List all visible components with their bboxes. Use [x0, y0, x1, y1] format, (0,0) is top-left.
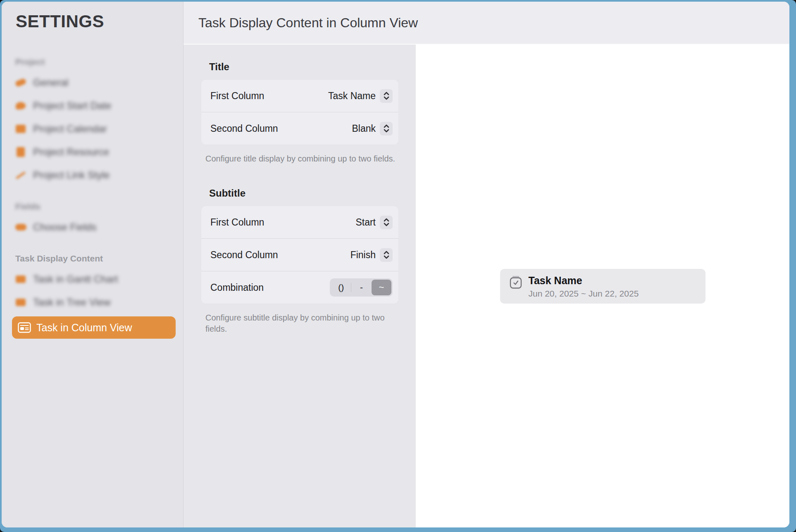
main-area: Task Display Content in Column View Titl…	[184, 2, 789, 527]
page-title: Task Display Content in Column View	[198, 15, 418, 31]
title-first-column-select[interactable]: Task Name	[328, 89, 393, 103]
sidebar-item-task-in-gantt-chart[interactable]: Task in Gantt Chart	[2, 268, 183, 291]
sidebar-section-project: Project General Project Start Date Proje…	[2, 57, 183, 187]
section-header-project: Project	[15, 57, 183, 67]
sidebar-section-task-display-content: Task Display Content Task in Gantt Chart…	[2, 254, 183, 339]
section-header-task-display-content: Task Display Content	[15, 254, 183, 264]
settings-window: SETTINGS Project General Project Start D…	[2, 2, 789, 527]
sidebar-item-project-link-style[interactable]: Project Link Style	[2, 164, 183, 187]
sidebar-item-project-start-date[interactable]: Project Start Date	[2, 94, 183, 117]
title-group: Title First Column Task Name	[201, 61, 416, 164]
combination-option-dash[interactable]: -	[351, 280, 371, 295]
chevron-up-down-icon[interactable]	[380, 89, 393, 103]
task-card-dates: Jun 20, 2025 ~ Jun 22, 2025	[529, 288, 639, 299]
chevron-up-down-icon[interactable]	[380, 122, 393, 135]
chevron-up-down-icon[interactable]	[380, 216, 393, 229]
subtitle-caption: Configure subtitle display by combining …	[205, 312, 398, 335]
sidebar: SETTINGS Project General Project Start D…	[2, 2, 184, 527]
link-icon	[14, 174, 27, 176]
sidebar-item-general[interactable]: General	[2, 71, 183, 94]
subtitle-group: Subtitle First Column Start	[201, 188, 416, 335]
calendar-icon	[14, 125, 27, 133]
resource-icon	[14, 147, 27, 157]
settings-panel: Title First Column Task Name	[184, 45, 416, 527]
tree-bar-icon	[14, 299, 27, 306]
subtitle-second-column-select[interactable]: Finish	[350, 248, 393, 262]
combination-option-tilde[interactable]: ~	[372, 280, 391, 295]
subtitle-first-column-select[interactable]: Start	[355, 216, 393, 229]
subtitle-card: First Column Start Second Column	[201, 206, 399, 304]
sidebar-section-fields: Fields Choose Fields	[2, 202, 183, 239]
title-caption: Configure title display by combining up …	[205, 153, 398, 164]
task-check-icon	[508, 275, 523, 304]
column-card-icon	[18, 322, 31, 333]
section-header-fields: Fields	[15, 202, 183, 211]
title-first-column-row: First Column Task Name	[201, 80, 398, 112]
preview-area: Task Name Jun 20, 2025 ~ Jun 22, 2025	[416, 45, 789, 527]
sidebar-item-project-resource[interactable]: Project Resource	[2, 140, 183, 164]
settings-title: SETTINGS	[16, 12, 183, 31]
title-second-column-row: Second Column Blank	[201, 112, 398, 145]
title-group-header: Title	[209, 61, 416, 73]
task-card-title: Task Name	[529, 274, 639, 287]
pin-icon	[14, 102, 27, 109]
title-card: First Column Task Name Second Column	[201, 79, 399, 145]
combination-segmented-control: () - ~	[330, 278, 393, 297]
sidebar-nav: Project General Project Start Date Proje…	[2, 57, 183, 339]
app-window: SETTINGS Project General Project Start D…	[0, 0, 796, 532]
subtitle-group-header: Subtitle	[209, 188, 416, 199]
sidebar-item-project-calendar[interactable]: Project Calendar	[2, 117, 183, 140]
page-header: Task Display Content in Column View	[184, 2, 789, 45]
subtitle-second-column-row: Second Column Finish	[201, 238, 398, 271]
gantt-bar-icon	[14, 276, 27, 283]
fields-icon	[14, 224, 27, 230]
sidebar-item-task-in-tree-view[interactable]: Task in Tree View	[2, 291, 183, 314]
chevron-up-down-icon[interactable]	[380, 248, 393, 262]
title-second-column-select[interactable]: Blank	[352, 122, 393, 135]
combination-option-parentheses[interactable]: ()	[331, 280, 351, 295]
sidebar-item-task-in-column-view[interactable]: Task in Column View	[12, 316, 176, 339]
task-card-text: Task Name Jun 20, 2025 ~ Jun 22, 2025	[529, 274, 639, 304]
task-preview-card: Task Name Jun 20, 2025 ~ Jun 22, 2025	[500, 269, 705, 304]
combination-row: Combination () - ~	[201, 271, 398, 304]
pen-icon	[14, 80, 27, 86]
subtitle-first-column-row: First Column Start	[201, 206, 398, 238]
sidebar-item-choose-fields[interactable]: Choose Fields	[2, 216, 183, 239]
main-body: Title First Column Task Name	[184, 45, 789, 527]
